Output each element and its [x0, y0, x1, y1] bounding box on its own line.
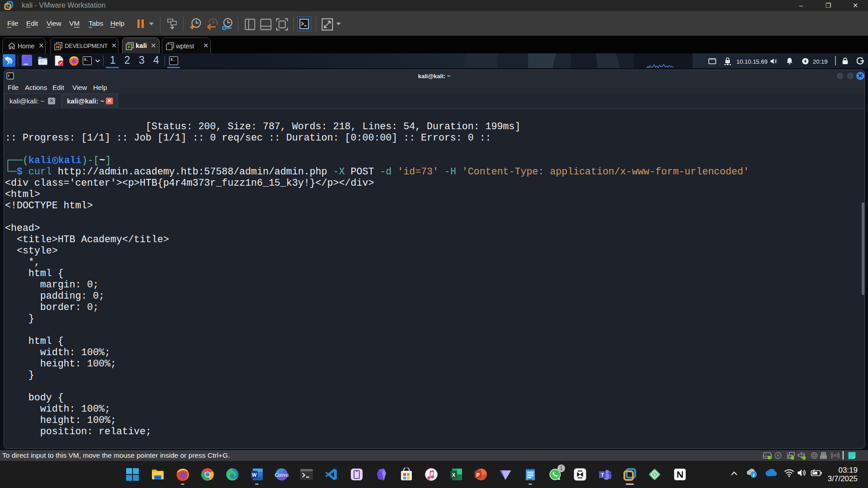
svg-text:P: P	[476, 472, 480, 478]
svg-text:X: X	[452, 472, 456, 478]
svg-text:Canva: Canva	[275, 472, 288, 478]
svg-text:W: W	[252, 472, 257, 478]
svg-text:T: T	[601, 472, 604, 478]
